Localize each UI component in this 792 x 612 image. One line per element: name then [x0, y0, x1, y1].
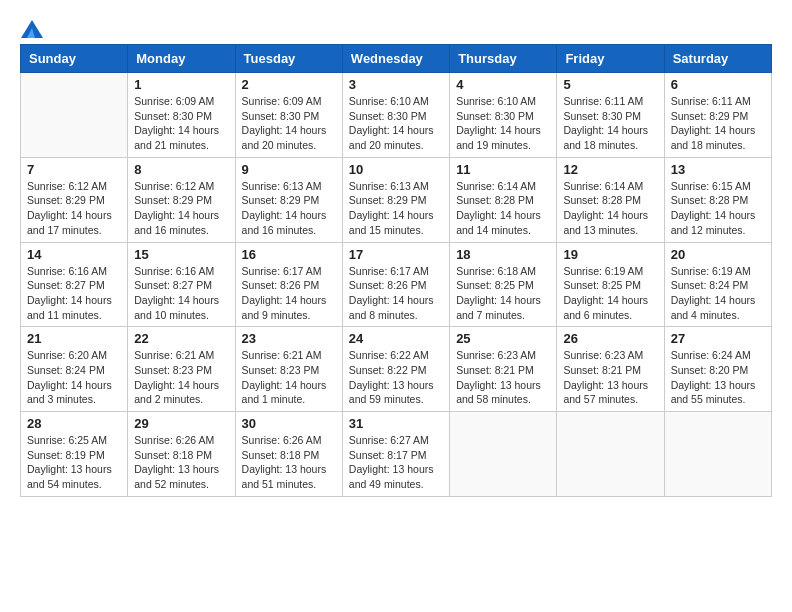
calendar-cell: 8Sunrise: 6:12 AM Sunset: 8:29 PM Daylig… [128, 157, 235, 242]
day-number: 21 [27, 331, 121, 346]
calendar-cell [450, 412, 557, 497]
day-info: Sunrise: 6:20 AM Sunset: 8:24 PM Dayligh… [27, 348, 121, 407]
day-number: 26 [563, 331, 657, 346]
calendar-cell: 14Sunrise: 6:16 AM Sunset: 8:27 PM Dayli… [21, 242, 128, 327]
calendar-cell: 11Sunrise: 6:14 AM Sunset: 8:28 PM Dayli… [450, 157, 557, 242]
day-info: Sunrise: 6:26 AM Sunset: 8:18 PM Dayligh… [242, 433, 336, 492]
day-number: 14 [27, 247, 121, 262]
day-info: Sunrise: 6:14 AM Sunset: 8:28 PM Dayligh… [563, 179, 657, 238]
calendar-cell: 26Sunrise: 6:23 AM Sunset: 8:21 PM Dayli… [557, 327, 664, 412]
weekday-header: Tuesday [235, 45, 342, 73]
calendar-cell: 28Sunrise: 6:25 AM Sunset: 8:19 PM Dayli… [21, 412, 128, 497]
calendar-cell: 31Sunrise: 6:27 AM Sunset: 8:17 PM Dayli… [342, 412, 449, 497]
calendar-cell: 9Sunrise: 6:13 AM Sunset: 8:29 PM Daylig… [235, 157, 342, 242]
day-info: Sunrise: 6:19 AM Sunset: 8:25 PM Dayligh… [563, 264, 657, 323]
day-number: 6 [671, 77, 765, 92]
day-info: Sunrise: 6:16 AM Sunset: 8:27 PM Dayligh… [134, 264, 228, 323]
calendar-cell: 3Sunrise: 6:10 AM Sunset: 8:30 PM Daylig… [342, 73, 449, 158]
day-number: 7 [27, 162, 121, 177]
day-number: 17 [349, 247, 443, 262]
calendar-cell: 2Sunrise: 6:09 AM Sunset: 8:30 PM Daylig… [235, 73, 342, 158]
calendar-cell: 13Sunrise: 6:15 AM Sunset: 8:28 PM Dayli… [664, 157, 771, 242]
calendar-cell: 5Sunrise: 6:11 AM Sunset: 8:30 PM Daylig… [557, 73, 664, 158]
logo-icon [21, 20, 43, 38]
day-info: Sunrise: 6:27 AM Sunset: 8:17 PM Dayligh… [349, 433, 443, 492]
day-info: Sunrise: 6:23 AM Sunset: 8:21 PM Dayligh… [456, 348, 550, 407]
calendar-cell: 7Sunrise: 6:12 AM Sunset: 8:29 PM Daylig… [21, 157, 128, 242]
day-number: 31 [349, 416, 443, 431]
calendar-cell: 24Sunrise: 6:22 AM Sunset: 8:22 PM Dayli… [342, 327, 449, 412]
calendar-cell [21, 73, 128, 158]
day-number: 22 [134, 331, 228, 346]
calendar-cell: 21Sunrise: 6:20 AM Sunset: 8:24 PM Dayli… [21, 327, 128, 412]
day-info: Sunrise: 6:17 AM Sunset: 8:26 PM Dayligh… [349, 264, 443, 323]
day-info: Sunrise: 6:21 AM Sunset: 8:23 PM Dayligh… [242, 348, 336, 407]
day-number: 1 [134, 77, 228, 92]
day-number: 23 [242, 331, 336, 346]
day-info: Sunrise: 6:21 AM Sunset: 8:23 PM Dayligh… [134, 348, 228, 407]
calendar-cell [664, 412, 771, 497]
calendar-table: SundayMondayTuesdayWednesdayThursdayFrid… [20, 44, 772, 497]
weekday-header: Thursday [450, 45, 557, 73]
weekday-header: Wednesday [342, 45, 449, 73]
logo [20, 20, 44, 34]
day-info: Sunrise: 6:17 AM Sunset: 8:26 PM Dayligh… [242, 264, 336, 323]
calendar-cell: 1Sunrise: 6:09 AM Sunset: 8:30 PM Daylig… [128, 73, 235, 158]
day-number: 29 [134, 416, 228, 431]
calendar-week-row: 14Sunrise: 6:16 AM Sunset: 8:27 PM Dayli… [21, 242, 772, 327]
calendar-cell: 17Sunrise: 6:17 AM Sunset: 8:26 PM Dayli… [342, 242, 449, 327]
day-number: 3 [349, 77, 443, 92]
day-info: Sunrise: 6:13 AM Sunset: 8:29 PM Dayligh… [349, 179, 443, 238]
day-number: 24 [349, 331, 443, 346]
day-info: Sunrise: 6:26 AM Sunset: 8:18 PM Dayligh… [134, 433, 228, 492]
day-number: 18 [456, 247, 550, 262]
day-number: 27 [671, 331, 765, 346]
calendar-cell: 29Sunrise: 6:26 AM Sunset: 8:18 PM Dayli… [128, 412, 235, 497]
calendar-cell: 6Sunrise: 6:11 AM Sunset: 8:29 PM Daylig… [664, 73, 771, 158]
day-number: 12 [563, 162, 657, 177]
day-info: Sunrise: 6:22 AM Sunset: 8:22 PM Dayligh… [349, 348, 443, 407]
day-number: 20 [671, 247, 765, 262]
day-number: 4 [456, 77, 550, 92]
calendar-cell: 10Sunrise: 6:13 AM Sunset: 8:29 PM Dayli… [342, 157, 449, 242]
header [20, 20, 772, 34]
day-info: Sunrise: 6:10 AM Sunset: 8:30 PM Dayligh… [456, 94, 550, 153]
weekday-header: Sunday [21, 45, 128, 73]
calendar-cell: 15Sunrise: 6:16 AM Sunset: 8:27 PM Dayli… [128, 242, 235, 327]
calendar-cell: 16Sunrise: 6:17 AM Sunset: 8:26 PM Dayli… [235, 242, 342, 327]
calendar-cell: 22Sunrise: 6:21 AM Sunset: 8:23 PM Dayli… [128, 327, 235, 412]
day-info: Sunrise: 6:14 AM Sunset: 8:28 PM Dayligh… [456, 179, 550, 238]
day-number: 11 [456, 162, 550, 177]
day-number: 15 [134, 247, 228, 262]
calendar-cell: 4Sunrise: 6:10 AM Sunset: 8:30 PM Daylig… [450, 73, 557, 158]
day-info: Sunrise: 6:13 AM Sunset: 8:29 PM Dayligh… [242, 179, 336, 238]
day-number: 5 [563, 77, 657, 92]
day-info: Sunrise: 6:15 AM Sunset: 8:28 PM Dayligh… [671, 179, 765, 238]
calendar-cell: 25Sunrise: 6:23 AM Sunset: 8:21 PM Dayli… [450, 327, 557, 412]
day-info: Sunrise: 6:10 AM Sunset: 8:30 PM Dayligh… [349, 94, 443, 153]
calendar-week-row: 7Sunrise: 6:12 AM Sunset: 8:29 PM Daylig… [21, 157, 772, 242]
day-info: Sunrise: 6:11 AM Sunset: 8:30 PM Dayligh… [563, 94, 657, 153]
day-info: Sunrise: 6:09 AM Sunset: 8:30 PM Dayligh… [134, 94, 228, 153]
day-number: 16 [242, 247, 336, 262]
calendar-cell [557, 412, 664, 497]
day-number: 10 [349, 162, 443, 177]
day-number: 30 [242, 416, 336, 431]
day-info: Sunrise: 6:24 AM Sunset: 8:20 PM Dayligh… [671, 348, 765, 407]
calendar-cell: 30Sunrise: 6:26 AM Sunset: 8:18 PM Dayli… [235, 412, 342, 497]
day-number: 13 [671, 162, 765, 177]
day-info: Sunrise: 6:12 AM Sunset: 8:29 PM Dayligh… [27, 179, 121, 238]
day-info: Sunrise: 6:19 AM Sunset: 8:24 PM Dayligh… [671, 264, 765, 323]
weekday-header: Monday [128, 45, 235, 73]
calendar-week-row: 21Sunrise: 6:20 AM Sunset: 8:24 PM Dayli… [21, 327, 772, 412]
day-info: Sunrise: 6:16 AM Sunset: 8:27 PM Dayligh… [27, 264, 121, 323]
day-number: 28 [27, 416, 121, 431]
day-info: Sunrise: 6:25 AM Sunset: 8:19 PM Dayligh… [27, 433, 121, 492]
calendar-week-row: 1Sunrise: 6:09 AM Sunset: 8:30 PM Daylig… [21, 73, 772, 158]
day-info: Sunrise: 6:18 AM Sunset: 8:25 PM Dayligh… [456, 264, 550, 323]
calendar-cell: 18Sunrise: 6:18 AM Sunset: 8:25 PM Dayli… [450, 242, 557, 327]
weekday-header: Friday [557, 45, 664, 73]
calendar-cell: 19Sunrise: 6:19 AM Sunset: 8:25 PM Dayli… [557, 242, 664, 327]
calendar-cell: 23Sunrise: 6:21 AM Sunset: 8:23 PM Dayli… [235, 327, 342, 412]
weekday-header-row: SundayMondayTuesdayWednesdayThursdayFrid… [21, 45, 772, 73]
